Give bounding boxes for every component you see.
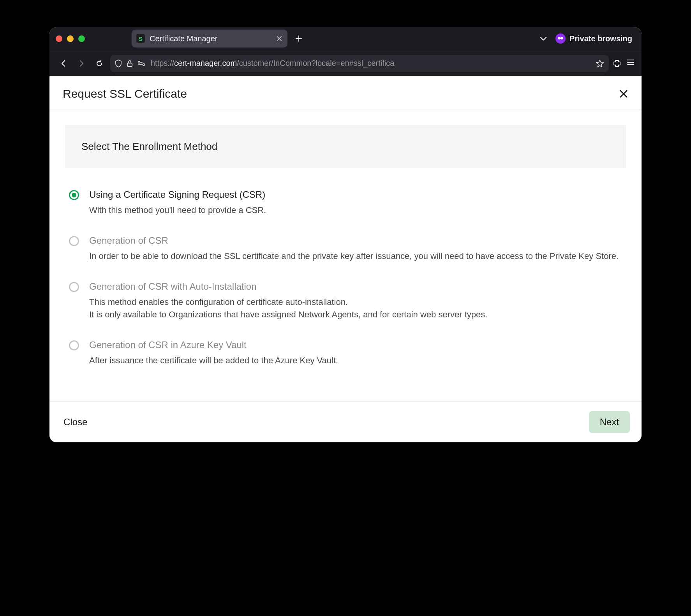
enrollment-options: Using a Certificate Signing Request (CSR…	[49, 168, 642, 401]
modal-footer: Close Next	[49, 401, 642, 442]
window-controls	[56, 35, 85, 42]
shield-icon[interactable]	[115, 60, 122, 67]
bookmark-star-icon[interactable]	[596, 59, 604, 68]
option-title: Generation of CSR	[89, 235, 622, 246]
browser-tab[interactable]: S Certificate Manager	[132, 30, 287, 48]
reload-button[interactable]	[92, 56, 106, 70]
app-menu-icon[interactable]	[627, 59, 635, 68]
lock-icon[interactable]	[127, 60, 133, 67]
modal-close-button[interactable]	[619, 89, 628, 99]
url-text: https://cert-manager.com/customer/InComm…	[151, 59, 394, 68]
option-auto-install[interactable]: Generation of CSR with Auto-Installation…	[69, 274, 622, 333]
browser-tabstrip: S Certificate Manager Private browsing	[49, 27, 642, 50]
modal-title: Request SSL Certificate	[63, 87, 187, 100]
new-tab-button[interactable]	[291, 31, 306, 46]
tab-title: Certificate Manager	[150, 34, 272, 43]
browser-toolbar: https://cert-manager.com/customer/InComm…	[49, 50, 642, 76]
svg-rect-0	[127, 63, 132, 67]
tab-close-icon[interactable]	[277, 36, 282, 41]
window-close-button[interactable]	[56, 35, 62, 42]
forward-button[interactable]	[74, 56, 88, 70]
option-desc: After issuance the certificate will be a…	[89, 354, 622, 367]
option-generate-csr[interactable]: Generation of CSR In order to be able to…	[69, 228, 622, 274]
next-button[interactable]: Next	[589, 411, 630, 433]
option-csr[interactable]: Using a Certificate Signing Request (CSR…	[69, 182, 622, 228]
option-title: Using a Certificate Signing Request (CSR…	[89, 189, 622, 200]
extensions-icon[interactable]	[613, 59, 621, 68]
option-desc: This method enables the configuration of…	[89, 296, 622, 321]
radio-auto-install[interactable]	[69, 282, 79, 292]
tab-favicon: S	[136, 34, 145, 43]
window-zoom-button[interactable]	[78, 35, 85, 42]
option-desc: In order to be able to download the SSL …	[89, 250, 622, 262]
private-browsing-label: Private browsing	[569, 34, 632, 43]
url-bar[interactable]: https://cert-manager.com/customer/InComm…	[110, 55, 609, 72]
close-button[interactable]: Close	[61, 413, 90, 431]
radio-csr[interactable]	[69, 190, 79, 200]
modal-header: Request SSL Certificate	[49, 76, 642, 109]
tabs-dropdown-icon[interactable]	[540, 36, 547, 41]
radio-generate-csr[interactable]	[69, 236, 79, 246]
private-mask-icon	[555, 33, 566, 44]
browser-window: S Certificate Manager Private browsing	[49, 27, 642, 442]
section-heading: Select The Enrollment Method	[65, 125, 626, 168]
radio-azure-key-vault[interactable]	[69, 340, 79, 350]
option-title: Generation of CSR in Azure Key Vault	[89, 340, 622, 350]
window-minimize-button[interactable]	[67, 35, 74, 42]
svg-point-1	[138, 61, 140, 63]
option-desc: With this method you'll need to provide …	[89, 204, 622, 216]
permissions-icon[interactable]	[137, 61, 146, 66]
svg-point-2	[143, 63, 145, 65]
private-browsing-indicator: Private browsing	[555, 33, 635, 44]
option-title: Generation of CSR with Auto-Installation	[89, 281, 622, 292]
option-azure-key-vault[interactable]: Generation of CSR in Azure Key Vault Aft…	[69, 333, 622, 378]
back-button[interactable]	[56, 56, 71, 70]
